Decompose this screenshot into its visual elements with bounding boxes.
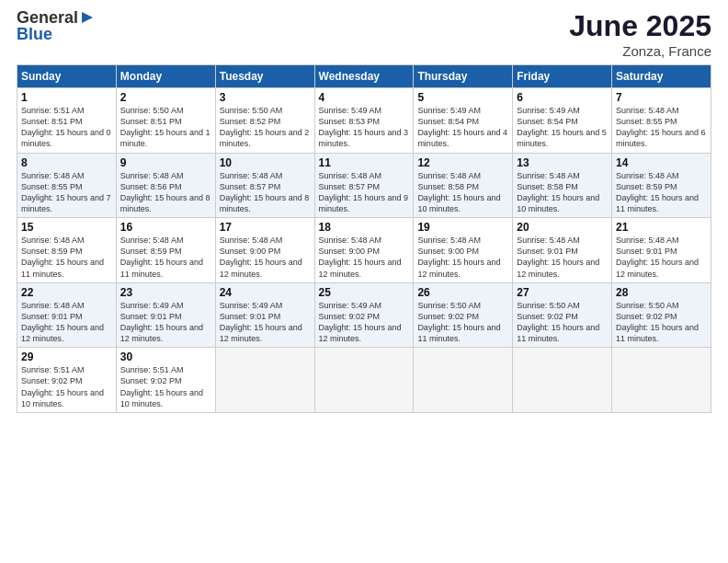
day-number: 18 [319,221,410,234]
table-row: 28 Sunrise: 5:50 AM Sunset: 9:02 PM Dayl… [612,282,711,348]
day-info: Sunrise: 5:48 AM Sunset: 8:57 PM Dayligh… [220,170,311,215]
table-row: 6 Sunrise: 5:49 AM Sunset: 8:54 PM Dayli… [513,88,612,154]
day-info: Sunrise: 5:48 AM Sunset: 9:01 PM Dayligh… [616,235,707,280]
day-info: Sunrise: 5:48 AM Sunset: 8:55 PM Dayligh… [21,170,112,215]
logo-text-blue: Blue [17,25,52,43]
day-number: 2 [120,91,211,104]
calendar-header-row: Sunday Monday Tuesday Wednesday Thursday… [17,65,711,88]
table-row: 7 Sunrise: 5:48 AM Sunset: 8:55 PM Dayli… [612,88,711,154]
logo: General Blue [17,9,96,43]
table-row: 19 Sunrise: 5:48 AM Sunset: 9:00 PM Dayl… [414,218,513,283]
table-row: 15 Sunrise: 5:48 AM Sunset: 8:59 PM Dayl… [17,218,117,283]
table-row: 21 Sunrise: 5:48 AM Sunset: 9:01 PM Dayl… [612,218,711,283]
table-row: 12 Sunrise: 5:48 AM Sunset: 8:58 PM Dayl… [414,153,513,218]
col-saturday: Saturday [612,65,711,88]
table-row: 27 Sunrise: 5:50 AM Sunset: 9:02 PM Dayl… [513,282,612,348]
table-row: 22 Sunrise: 5:48 AM Sunset: 9:01 PM Dayl… [17,282,117,348]
day-info: Sunrise: 5:48 AM Sunset: 8:58 PM Dayligh… [517,170,608,215]
col-wednesday: Wednesday [314,65,414,88]
table-row: 9 Sunrise: 5:48 AM Sunset: 8:56 PM Dayli… [116,153,215,218]
svg-marker-0 [82,12,93,23]
day-number: 25 [319,286,410,299]
table-row: 2 Sunrise: 5:50 AM Sunset: 8:51 PM Dayli… [116,88,215,154]
calendar-title: June 2025 [569,9,711,43]
day-number: 27 [517,286,608,299]
table-row: 29 Sunrise: 5:51 AM Sunset: 9:02 PM Dayl… [17,348,117,413]
day-info: Sunrise: 5:48 AM Sunset: 8:59 PM Dayligh… [21,235,112,280]
col-thursday: Thursday [414,65,513,88]
day-number: 6 [517,91,608,104]
col-friday: Friday [513,65,612,88]
table-row: 26 Sunrise: 5:50 AM Sunset: 9:02 PM Dayl… [414,282,513,348]
day-number: 24 [220,286,311,299]
table-row: 16 Sunrise: 5:48 AM Sunset: 8:59 PM Dayl… [116,218,215,283]
day-number: 22 [21,286,112,299]
table-row: 20 Sunrise: 5:48 AM Sunset: 9:01 PM Dayl… [513,218,612,283]
day-info: Sunrise: 5:48 AM Sunset: 9:01 PM Dayligh… [21,300,112,345]
day-info: Sunrise: 5:49 AM Sunset: 8:54 PM Dayligh… [417,105,508,150]
table-row: 13 Sunrise: 5:48 AM Sunset: 8:58 PM Dayl… [513,153,612,218]
table-row: 1 Sunrise: 5:51 AM Sunset: 8:51 PM Dayli… [17,88,117,154]
day-info: Sunrise: 5:48 AM Sunset: 8:55 PM Dayligh… [616,105,707,150]
day-number: 13 [517,156,608,169]
day-number: 1 [21,91,112,104]
day-info: Sunrise: 5:49 AM Sunset: 9:01 PM Dayligh… [120,300,211,345]
day-info: Sunrise: 5:49 AM Sunset: 8:54 PM Dayligh… [517,105,608,150]
calendar-week-row: 15 Sunrise: 5:48 AM Sunset: 8:59 PM Dayl… [17,218,711,283]
day-info: Sunrise: 5:50 AM Sunset: 8:51 PM Dayligh… [120,105,211,150]
col-sunday: Sunday [17,65,117,88]
day-info: Sunrise: 5:50 AM Sunset: 9:02 PM Dayligh… [616,300,707,345]
day-info: Sunrise: 5:49 AM Sunset: 9:02 PM Dayligh… [319,300,410,345]
calendar-week-row: 22 Sunrise: 5:48 AM Sunset: 9:01 PM Dayl… [17,282,711,348]
day-info: Sunrise: 5:48 AM Sunset: 9:00 PM Dayligh… [417,235,508,280]
day-number: 29 [21,350,112,363]
day-info: Sunrise: 5:49 AM Sunset: 9:01 PM Dayligh… [220,300,311,345]
table-row: 8 Sunrise: 5:48 AM Sunset: 8:55 PM Dayli… [17,153,117,218]
day-number: 17 [220,221,311,234]
page: General Blue June 2025 Zonza, France Sun… [0,0,728,563]
table-row: 5 Sunrise: 5:49 AM Sunset: 8:54 PM Dayli… [414,88,513,154]
day-info: Sunrise: 5:48 AM Sunset: 8:59 PM Dayligh… [120,235,211,280]
day-info: Sunrise: 5:51 AM Sunset: 9:02 PM Dayligh… [120,364,211,409]
day-number: 23 [120,286,211,299]
day-number: 3 [220,91,311,104]
day-number: 15 [21,221,112,234]
table-row: 18 Sunrise: 5:48 AM Sunset: 9:00 PM Dayl… [314,218,414,283]
table-row [513,348,612,413]
day-info: Sunrise: 5:48 AM Sunset: 9:00 PM Dayligh… [220,235,311,280]
calendar-subtitle: Zonza, France [569,43,711,59]
day-info: Sunrise: 5:48 AM Sunset: 8:57 PM Dayligh… [319,170,410,215]
table-row [215,348,314,413]
table-row: 23 Sunrise: 5:49 AM Sunset: 9:01 PM Dayl… [116,282,215,348]
col-monday: Monday [116,65,215,88]
calendar-week-row: 29 Sunrise: 5:51 AM Sunset: 9:02 PM Dayl… [17,348,711,413]
day-number: 12 [417,156,508,169]
day-number: 8 [21,156,112,169]
day-number: 5 [417,91,508,104]
day-number: 21 [616,221,707,234]
day-info: Sunrise: 5:48 AM Sunset: 8:56 PM Dayligh… [120,170,211,215]
col-tuesday: Tuesday [215,65,314,88]
header: General Blue June 2025 Zonza, France [17,9,711,59]
day-number: 10 [220,156,311,169]
logo-text-general: General [17,9,78,26]
calendar-table: Sunday Monday Tuesday Wednesday Thursday… [17,64,711,413]
table-row [612,348,711,413]
day-info: Sunrise: 5:50 AM Sunset: 9:02 PM Dayligh… [517,300,608,345]
day-info: Sunrise: 5:50 AM Sunset: 9:02 PM Dayligh… [417,300,508,345]
table-row [314,348,414,413]
logo-icon [79,9,96,26]
day-number: 20 [517,221,608,234]
day-number: 4 [319,91,410,104]
calendar-week-row: 8 Sunrise: 5:48 AM Sunset: 8:55 PM Dayli… [17,153,711,218]
day-info: Sunrise: 5:48 AM Sunset: 9:00 PM Dayligh… [319,235,410,280]
table-row: 3 Sunrise: 5:50 AM Sunset: 8:52 PM Dayli… [215,88,314,154]
day-info: Sunrise: 5:51 AM Sunset: 8:51 PM Dayligh… [21,105,112,150]
day-info: Sunrise: 5:51 AM Sunset: 9:02 PM Dayligh… [21,364,112,409]
day-info: Sunrise: 5:48 AM Sunset: 8:58 PM Dayligh… [417,170,508,215]
table-row: 17 Sunrise: 5:48 AM Sunset: 9:00 PM Dayl… [215,218,314,283]
day-number: 28 [616,286,707,299]
table-row: 25 Sunrise: 5:49 AM Sunset: 9:02 PM Dayl… [314,282,414,348]
day-info: Sunrise: 5:48 AM Sunset: 9:01 PM Dayligh… [517,235,608,280]
day-info: Sunrise: 5:50 AM Sunset: 8:52 PM Dayligh… [220,105,311,150]
